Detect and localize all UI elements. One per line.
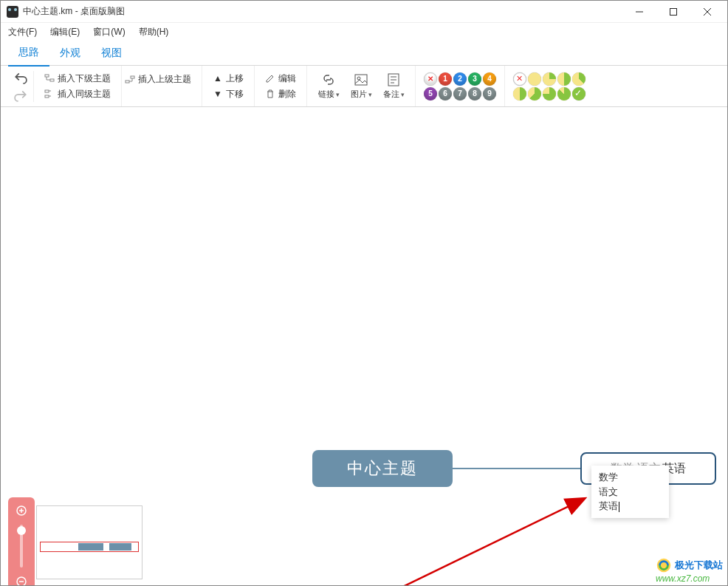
image-label: 图片 <box>351 89 367 100</box>
mindmap-canvas[interactable]: 中心主题 数学 语文 英语 数学 语文 英语 极光下载站 www.xz7.com <box>1 107 727 586</box>
progress-0-icon[interactable] <box>528 72 541 86</box>
priority-clear-icon[interactable]: ✕ <box>424 72 437 86</box>
move-down-label: 下移 <box>226 88 244 100</box>
svg-rect-4 <box>45 75 49 77</box>
menu-edit[interactable]: 编辑(E) <box>46 24 84 40</box>
menu-help[interactable]: 帮助(H) <box>134 24 174 40</box>
watermark-url: www.xz7.com <box>656 573 723 584</box>
insert-parent-label: 插入上级主题 <box>138 73 191 86</box>
svg-rect-5 <box>50 79 54 81</box>
link-label: 链接 <box>318 89 334 100</box>
progress-75-icon[interactable] <box>543 87 556 100</box>
progress-87-icon[interactable] <box>557 87 571 100</box>
image-icon <box>354 72 368 87</box>
priority-group: ✕ 1 2 3 4 5 6 7 8 9 <box>416 66 505 106</box>
priority-3-icon[interactable]: 3 <box>468 72 481 86</box>
progress-62-icon[interactable] <box>528 87 541 100</box>
minimap-viewport[interactable] <box>40 542 139 552</box>
app-logo-icon <box>7 6 18 18</box>
minimize-button[interactable] <box>622 1 656 23</box>
trash-icon <box>265 89 275 99</box>
svg-rect-1 <box>670 8 677 15</box>
progress-50-icon[interactable] <box>513 87 526 100</box>
insert-parent-button[interactable]: 插入上级主题 <box>122 72 194 87</box>
menu-file[interactable]: 文件(F) <box>4 24 41 40</box>
insert-sibling-button[interactable]: 插入同级主题 <box>41 86 114 102</box>
edit-button[interactable]: 编辑 <box>262 71 299 86</box>
maximize-button[interactable] <box>656 1 690 23</box>
text-edit-popup[interactable]: 数学 语文 英语 <box>591 466 669 518</box>
watermark-title: 极光下载站 <box>675 559 723 571</box>
svg-rect-6 <box>45 90 49 92</box>
tab-thinking[interactable]: 思路 <box>8 40 49 67</box>
svg-point-11 <box>357 77 360 80</box>
zoom-out-button[interactable] <box>13 573 30 586</box>
arrow-down-icon: ▼ <box>213 89 223 99</box>
note-label: 备注 <box>383 89 399 100</box>
edit-icon <box>265 73 275 84</box>
svg-rect-8 <box>131 76 134 78</box>
minimap[interactable] <box>36 505 142 579</box>
chevron-down-icon: ▾ <box>368 91 372 98</box>
zoom-slider-knob[interactable] <box>17 526 26 535</box>
window-title: 中心主题.km - 桌面版脑图 <box>23 5 622 18</box>
watermark: 极光下载站 www.xz7.com <box>656 557 723 584</box>
edit-label: 编辑 <box>278 72 296 85</box>
undo-icon[interactable] <box>14 71 27 84</box>
priority-2-icon[interactable]: 2 <box>453 72 467 86</box>
menu-window[interactable]: 窗口(W) <box>89 24 129 40</box>
delete-button[interactable]: 删除 <box>262 86 299 102</box>
progress-100-icon[interactable]: ✓ <box>572 87 586 100</box>
zoom-in-button[interactable] <box>13 502 30 519</box>
menu-bar: 文件(F) 编辑(E) 窗口(W) 帮助(H) <box>1 23 727 41</box>
priority-9-icon[interactable]: 9 <box>483 87 496 100</box>
title-bar: 中心主题.km - 桌面版脑图 <box>1 1 727 23</box>
move-up-label: 上移 <box>226 72 244 85</box>
priority-1-icon[interactable]: 1 <box>439 72 452 86</box>
insert-sibling-icon <box>44 89 55 99</box>
redo-icon[interactable] <box>14 89 27 102</box>
tab-appearance[interactable]: 外观 <box>49 41 91 66</box>
toolbar: 插入下级主题 插入同级主题 插入上级主题 ▲上移 ▼下移 编辑 删除 链接▾ 图… <box>1 66 727 107</box>
progress-clear-icon[interactable]: ✕ <box>513 72 526 86</box>
popup-item-0: 数学 <box>599 470 662 485</box>
progress-12-icon[interactable] <box>543 72 556 86</box>
progress-37-icon[interactable] <box>572 72 586 86</box>
priority-6-icon[interactable]: 6 <box>439 87 452 100</box>
center-node[interactable]: 中心主题 <box>312 450 453 487</box>
arrow-up-icon: ▲ <box>213 73 223 84</box>
priority-5-icon[interactable]: 5 <box>424 87 437 100</box>
move-up-button[interactable]: ▲上移 <box>210 71 247 86</box>
svg-line-17 <box>340 499 584 586</box>
priority-7-icon[interactable]: 7 <box>453 87 467 100</box>
popup-item-2: 英语 <box>599 500 618 511</box>
insert-child-label: 插入下级主题 <box>58 72 111 85</box>
priority-8-icon[interactable]: 8 <box>468 87 481 100</box>
editdel-group: 编辑 删除 <box>255 66 307 106</box>
progress-group: ✕ ✓ <box>505 66 594 106</box>
insert-sibling-label: 插入同级主题 <box>58 88 111 100</box>
svg-rect-7 <box>45 95 49 98</box>
insert-parent-icon <box>125 75 135 85</box>
popup-item-1: 语文 <box>599 485 662 500</box>
move-down-button[interactable]: ▼下移 <box>210 86 247 102</box>
delete-label: 删除 <box>278 88 296 100</box>
attach-group: 链接▾ 图片▾ 备注▾ <box>307 66 416 106</box>
insert-group: 插入下级主题 插入同级主题 <box>34 66 122 106</box>
priority-4-icon[interactable]: 4 <box>483 72 496 86</box>
note-icon <box>386 72 401 87</box>
svg-rect-9 <box>126 81 129 83</box>
tab-view[interactable]: 视图 <box>91 41 132 66</box>
insert-child-button[interactable]: 插入下级主题 <box>41 71 114 86</box>
link-icon <box>321 72 336 87</box>
tab-bar: 思路 外观 视图 <box>1 41 727 66</box>
close-button[interactable] <box>690 1 724 23</box>
watermark-logo-icon <box>656 557 672 573</box>
zoom-slider[interactable] <box>20 525 23 568</box>
text-caret <box>619 502 619 512</box>
link-button[interactable]: 链接▾ <box>315 72 343 100</box>
note-button[interactable]: 备注▾ <box>380 72 408 100</box>
progress-25-icon[interactable] <box>557 72 571 86</box>
connector-line <box>453 468 580 469</box>
image-button[interactable]: 图片▾ <box>347 72 375 100</box>
